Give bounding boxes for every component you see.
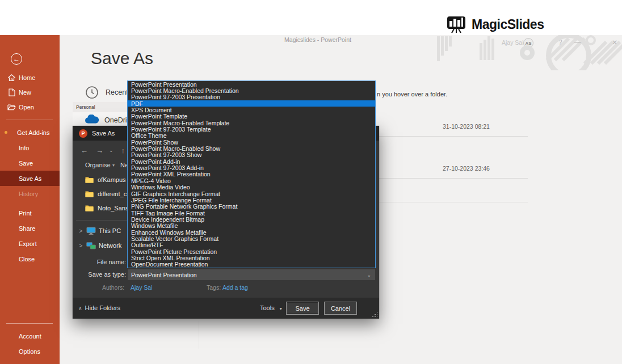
- nav-forward-icon[interactable]: →: [96, 146, 103, 155]
- combo-chevron-down-icon: ⌄: [367, 272, 371, 278]
- resize-grip[interactable]: [372, 311, 377, 317]
- sidebar-divider: [6, 323, 53, 324]
- watermark-bar: [491, 39, 494, 60]
- sidebar-item[interactable]: Export: [0, 236, 60, 251]
- format-option[interactable]: Office Theme: [128, 133, 375, 139]
- format-option[interactable]: OpenDocument Presentation: [128, 261, 375, 268]
- expand-chevron-icon[interactable]: >: [79, 242, 82, 249]
- sidebar-item[interactable]: Account: [0, 328, 60, 344]
- cancel-button[interactable]: Cancel: [324, 302, 357, 315]
- sidebar-item[interactable]: Save As: [0, 171, 60, 186]
- format-option[interactable]: PowerPoint Macro-Enabled Template: [128, 120, 375, 126]
- dialog-footer: ∧Hide Folders Tools▾ Save Cancel: [73, 298, 379, 319]
- new-file-icon: [9, 88, 15, 96]
- format-option[interactable]: PowerPoint Template: [128, 113, 375, 120]
- sidebar-divider: [6, 120, 53, 120]
- recent-folder-row[interactable]: 27-10-2023 23:46: [379, 137, 528, 179]
- folder-icon: [85, 191, 94, 197]
- format-option[interactable]: PowerPoint 97-2003 Show: [128, 152, 375, 158]
- screen: MagicSlides Magicslides - PowerPoint Aja…: [0, 0, 622, 364]
- nav-back-icon[interactable]: ←: [81, 146, 88, 155]
- format-option[interactable]: PowerPoint Add-in: [128, 158, 375, 164]
- recent-places-button[interactable]: Recent: [85, 86, 128, 99]
- home-icon: [7, 74, 16, 82]
- hide-folders-button[interactable]: ∧Hide Folders: [78, 304, 120, 311]
- addins-bullet-icon: [5, 131, 7, 134]
- watermark-stripe: [583, 41, 607, 65]
- save-button[interactable]: Save: [286, 302, 319, 315]
- titlebar-watermark: Ajay Sai AS ? — ✕: [420, 35, 622, 70]
- organise-menu[interactable]: Organise: [85, 162, 111, 168]
- watermark-stripe: [554, 37, 578, 61]
- header-strip: MagicSlides: [0, 0, 622, 35]
- watermark-stripe: [562, 37, 586, 61]
- sidebar-middle-group: Get Add-ins Info Save Save As History Pr…: [0, 125, 60, 266]
- nav-up-icon[interactable]: ↑: [121, 146, 125, 155]
- sidebar-item[interactable]: History: [0, 186, 60, 201]
- watermark-bar: [480, 43, 482, 60]
- format-option[interactable]: Strict Open XML Presentation: [128, 255, 375, 261]
- tab-personal[interactable]: Personal: [76, 104, 95, 110]
- help-icon[interactable]: ?: [558, 39, 562, 46]
- format-option[interactable]: PowerPoint XML Presentation: [128, 171, 375, 177]
- format-option[interactable]: PNG Portable Network Graphics Format: [128, 204, 375, 210]
- format-option[interactable]: Windows Metafile: [128, 223, 375, 229]
- format-option[interactable]: XPS Document: [128, 107, 375, 113]
- sidebar-item[interactable]: Get Add-ins: [0, 125, 60, 140]
- sidebar-item[interactable]: Options: [0, 344, 60, 359]
- authors-value[interactable]: Ajay Sai: [131, 284, 153, 291]
- format-option[interactable]: PowerPoint Show: [128, 139, 375, 145]
- format-option[interactable]: Outline/RTF: [128, 242, 375, 248]
- page-title: Save As: [91, 49, 153, 68]
- sidebar-item[interactable]: Info: [0, 140, 60, 155]
- format-option[interactable]: JPEG File Interchange Format: [128, 197, 375, 203]
- window-title: Magicslides - PowerPoint: [261, 36, 375, 43]
- nav-history-icon[interactable]: ⌄: [109, 147, 114, 153]
- format-option[interactable]: Windows Media Video: [128, 184, 375, 191]
- sidebar-item[interactable]: Close: [0, 251, 60, 266]
- minimize-icon[interactable]: —: [574, 38, 581, 46]
- sidebar-item[interactable]: Print: [0, 205, 60, 221]
- dialog-title: Save As: [92, 130, 115, 137]
- recent-folder-row[interactable]: 31-10-2023 08:21: [379, 102, 528, 137]
- back-button[interactable]: ←: [11, 53, 22, 65]
- pin-hint-text: n you hover over a folder.: [377, 91, 447, 98]
- format-option[interactable]: PowerPoint 97-2003 Template: [128, 126, 375, 132]
- sidebar-item-home[interactable]: Home: [0, 70, 60, 85]
- sidebar-item[interactable]: Save: [0, 155, 60, 171]
- format-option[interactable]: PowerPoint Presentation: [128, 81, 375, 87]
- tags-add-link[interactable]: Add a tag: [222, 284, 248, 291]
- format-option[interactable]: MPEG-4 Video: [128, 177, 375, 184]
- watermark-bar: [445, 36, 448, 51]
- format-option[interactable]: PowerPoint 97-2003 Presentation: [128, 94, 375, 100]
- format-option[interactable]: GIF Graphics Interchange Format: [128, 191, 375, 197]
- format-option[interactable]: Enhanced Windows Metafile: [128, 229, 375, 235]
- backstage-sidebar: ← Home New: [0, 35, 60, 364]
- watermark-bar: [484, 40, 486, 60]
- format-option[interactable]: TIFF Tag Image File Format: [128, 210, 375, 216]
- watermark-stripe: [590, 41, 614, 65]
- user-avatar[interactable]: AS: [523, 38, 533, 48]
- authors-label: Authors:: [102, 284, 124, 291]
- format-option[interactable]: PowerPoint Macro-Enabled Show: [128, 145, 375, 151]
- format-option[interactable]: PDF: [128, 100, 375, 107]
- sidebar-item-open[interactable]: Open: [0, 100, 60, 115]
- save-as-type-combobox[interactable]: PowerPoint Presentation ⌄: [128, 269, 375, 280]
- watermark-stripe: [597, 41, 621, 65]
- recent-folder-row[interactable]: [379, 179, 528, 202]
- folder-modified-date: 31-10-2023 08:21: [443, 123, 490, 130]
- format-option[interactable]: PowerPoint Picture Presentation: [128, 248, 375, 255]
- sidebar-item[interactable]: Share: [0, 221, 60, 236]
- open-folder-icon: [7, 104, 16, 111]
- organise-caret-icon: ▾: [112, 163, 115, 168]
- sidebar-item-new[interactable]: New: [0, 85, 60, 100]
- format-option[interactable]: Device Independent Bitmap: [128, 216, 375, 222]
- format-option[interactable]: PowerPoint 97-2003 Add-in: [128, 164, 375, 171]
- folder-icon: [85, 176, 94, 183]
- close-icon[interactable]: ✕: [612, 39, 617, 46]
- brand-name: MagicSlides: [472, 17, 544, 32]
- format-option[interactable]: PowerPoint Macro-Enabled Presentation: [128, 87, 375, 94]
- tools-menu[interactable]: Tools▾: [260, 304, 282, 311]
- format-option[interactable]: Scalable Vector Graphics Format: [128, 235, 375, 242]
- expand-chevron-icon[interactable]: >: [79, 227, 82, 234]
